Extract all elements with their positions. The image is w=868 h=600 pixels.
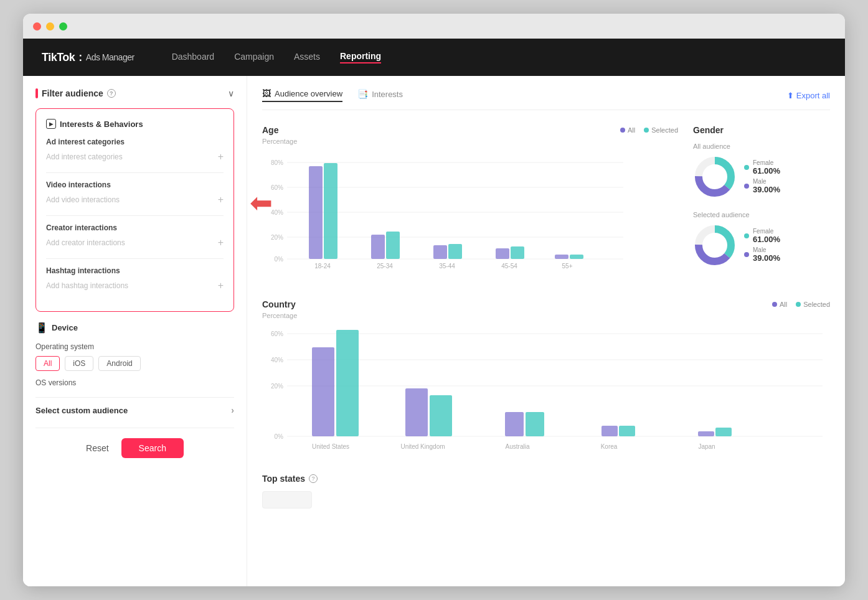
selected-audience-stats: Female 61.00% Male 39.00%	[744, 228, 780, 263]
nav-campaign[interactable]: Campaign	[234, 52, 274, 63]
nav-assets[interactable]: Assets	[294, 52, 320, 63]
svg-text:60%: 60%	[271, 184, 283, 191]
gender-chart-title: Gender	[693, 125, 830, 135]
age-bar-chart: 80% 60% 40% 20% 0% 18-	[262, 150, 678, 274]
svg-text:0%: 0%	[275, 433, 284, 440]
filter-title: Filter audience ?	[35, 88, 116, 98]
audience-tab-icon: 🖼	[262, 88, 271, 98]
add-interest-text: Add interest categories	[46, 152, 123, 161]
add-hashtag-plus[interactable]: +	[218, 280, 224, 291]
tab-interests-label: Interests	[372, 90, 403, 99]
female-val-all: 61.00%	[753, 166, 780, 176]
os-versions: OS versions	[35, 378, 234, 387]
creator-interactions-label: Creator interactions	[46, 223, 224, 232]
device-icon: 📱	[35, 322, 48, 334]
legend-selected: Selected	[644, 126, 678, 134]
svg-text:United Kingdom: United Kingdom	[400, 443, 445, 450]
female-val-sel: 61.00%	[753, 235, 780, 244]
brand-tiktok: TikTok	[42, 51, 75, 64]
country-section: Country All Selected Percentage	[262, 299, 830, 464]
add-video-plus[interactable]: +	[218, 194, 224, 205]
reset-button[interactable]: Reset	[86, 443, 109, 453]
search-button[interactable]: Search	[121, 438, 184, 458]
svg-text:Japan: Japan	[698, 443, 715, 450]
legend-all: All	[620, 126, 635, 134]
add-creator-text: Add creator interactions	[46, 238, 125, 247]
export-icon: ⬆	[787, 91, 794, 100]
tab-audience-overview[interactable]: 🖼 Audience overview	[262, 88, 342, 102]
tab-audience-label: Audience overview	[275, 89, 342, 98]
add-creator-plus[interactable]: +	[218, 237, 224, 248]
nav-dashboard[interactable]: Dashboard	[172, 52, 215, 63]
country-header: Country All Selected	[262, 299, 830, 309]
all-female-stat: Female 61.00%	[744, 159, 780, 176]
country-legend-all: All	[772, 301, 787, 308]
add-video-row[interactable]: Add video interactions +	[46, 194, 224, 205]
nav-reporting[interactable]: Reporting	[340, 51, 381, 63]
female-label-all: Female	[753, 159, 780, 166]
all-audience-stats: Female 61.00% Male 39.00%	[744, 159, 780, 194]
all-audience-donut	[693, 155, 737, 199]
ad-interest-label: Ad interest categories	[46, 138, 224, 146]
brand-subtitle: Ads Manager	[86, 52, 134, 62]
creator-interactions-subsection: Creator interactions Add creator interac…	[46, 223, 224, 248]
custom-audience-row[interactable]: Select custom audience ›	[35, 397, 234, 423]
interests-behaviors-box: ▶ Interests & Behaviors Ad interest cate…	[35, 108, 234, 312]
svg-text:35-44: 35-44	[439, 263, 455, 270]
top-states-info-icon[interactable]: ?	[309, 474, 318, 483]
tab-group: 🖼 Audience overview 📑 Interests	[262, 88, 403, 102]
os-all-button[interactable]: All	[35, 356, 60, 371]
top-states-title: Top states	[262, 474, 305, 484]
os-buttons: All iOS Android	[35, 356, 234, 371]
close-button[interactable]	[33, 22, 41, 30]
panel-tabs: 🖼 Audience overview 📑 Interests ⬆ Export…	[262, 88, 830, 110]
country-bar-uk-all	[405, 388, 428, 436]
country-bar-us-all	[312, 347, 334, 436]
os-android-button[interactable]: Android	[98, 356, 140, 371]
svg-text:18-24: 18-24	[314, 263, 331, 270]
age-bar-55plus-all	[555, 255, 568, 259]
filter-header[interactable]: Filter audience ? ∨	[35, 88, 234, 98]
hashtag-interactions-label: Hashtag interactions	[46, 266, 224, 275]
add-interest-row[interactable]: Add interest categories +	[46, 151, 224, 162]
add-hashtag-row[interactable]: Add hashtag interactions +	[46, 280, 224, 291]
ad-interest-subsection: Ad interest categories Add interest cate…	[46, 138, 224, 162]
minimize-button[interactable]	[46, 22, 54, 30]
svg-text:0%: 0%	[275, 256, 284, 263]
tab-interests[interactable]: 📑 Interests	[357, 88, 403, 102]
male-label-sel: Male	[753, 246, 780, 253]
brand-logo: TikTok: Ads Manager	[42, 51, 134, 64]
window-titlebar	[23, 14, 845, 39]
selected-audience-donut-row: Female 61.00% Male 39.00%	[693, 223, 830, 267]
svg-text:20%: 20%	[271, 234, 283, 241]
all-audience-label: All audience	[693, 143, 830, 150]
os-label: Operating system	[35, 342, 234, 351]
device-header: 📱 Device	[35, 322, 234, 334]
age-bar-1824-all	[309, 166, 323, 259]
play-icon: ▶	[46, 119, 56, 129]
maximize-button[interactable]	[59, 22, 67, 30]
female-dot-all	[744, 165, 749, 170]
age-bar-4554-all	[496, 248, 509, 259]
chevron-down-icon[interactable]: ∨	[228, 88, 234, 98]
os-ios-button[interactable]: iOS	[65, 356, 93, 371]
add-interest-plus[interactable]: +	[218, 151, 224, 162]
export-all-button[interactable]: ⬆ Export all	[787, 91, 830, 100]
age-bar-4554-selected	[511, 246, 524, 259]
country-legend-all-label: All	[780, 301, 787, 308]
age-chart-header: Age All Selected	[262, 125, 678, 135]
male-dot-sel	[744, 252, 749, 257]
svg-text:Australia: Australia	[506, 443, 530, 450]
male-label-all: Male	[753, 178, 780, 185]
video-interactions-subsection: Video interactions Add video interaction…	[46, 180, 224, 205]
filter-info-icon[interactable]: ?	[107, 89, 116, 98]
legend-all-dot	[620, 128, 625, 133]
sidebar-bottom: Reset Search	[35, 428, 234, 468]
age-bar-55plus-selected	[570, 255, 583, 259]
svg-text:Korea: Korea	[601, 443, 618, 450]
svg-text:25-34: 25-34	[377, 263, 393, 270]
country-y-label: Percentage	[262, 312, 830, 319]
device-section: 📱 Device Operating system All iOS Androi…	[35, 322, 234, 387]
red-bar-accent	[35, 88, 38, 98]
add-creator-row[interactable]: Add creator interactions +	[46, 237, 224, 248]
